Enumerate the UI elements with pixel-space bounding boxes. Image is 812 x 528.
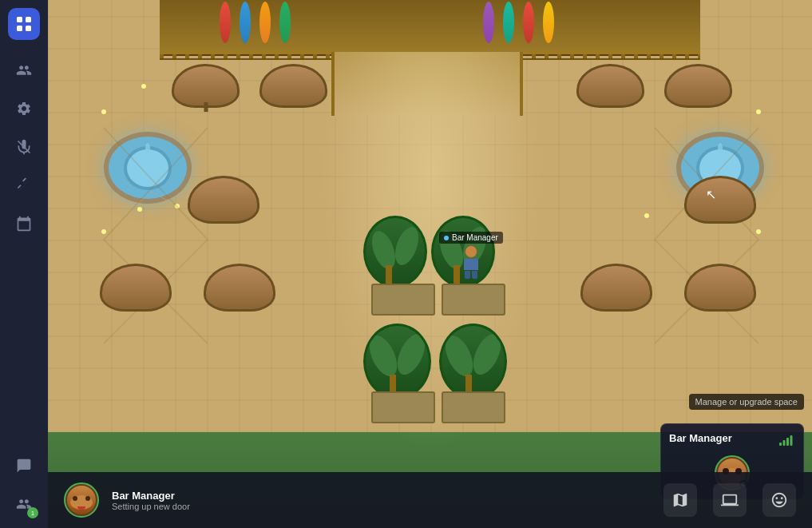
sidebar-item-settings[interactable] (8, 93, 40, 125)
svg-rect-38 (783, 440, 786, 446)
umbrella-5 (188, 176, 259, 224)
sidebar-item-chat[interactable] (8, 450, 40, 482)
umbrella-4 (664, 64, 732, 108)
surfboard-3 (259, 2, 271, 43)
sidebar: 1 (0, 0, 48, 528)
manager-panel-title: Bar Manager (669, 432, 732, 444)
umbrella-6 (684, 176, 756, 224)
svg-rect-0 (17, 17, 22, 22)
emoji-button[interactable] (762, 483, 796, 517)
game-area: Bar Manager ↖ Manage or upgrade space Ba… (48, 0, 812, 528)
svg-rect-3 (26, 26, 31, 31)
character-bar-manager: Bar Manager (439, 232, 503, 279)
character-label: Bar Manager (439, 232, 503, 244)
sidebar-item-build[interactable] (8, 169, 40, 201)
surfboard-1 (220, 2, 231, 43)
umbrella-9 (684, 264, 756, 312)
surfboard-8 (543, 2, 554, 43)
game-canvas[interactable]: Bar Manager ↖ Manage or upgrade space Ba… (48, 0, 812, 528)
surfboard-6 (503, 2, 514, 43)
svg-rect-2 (17, 26, 22, 31)
svg-rect-39 (786, 438, 789, 446)
plant-box-lower-right (442, 391, 505, 423)
hud-player-name: Bar Manager (112, 490, 651, 502)
surfboard-2 (240, 2, 251, 43)
plant-box-right (442, 284, 505, 316)
plant-lower-right (439, 324, 507, 399)
umbrella-2 (259, 64, 327, 108)
screen-share-button[interactable] (713, 483, 747, 517)
app-logo[interactable] (8, 8, 40, 40)
map-button[interactable] (663, 483, 697, 517)
svg-rect-37 (779, 443, 782, 446)
fountain-left (96, 132, 200, 220)
bottom-hud: Bar Manager Setting up new door (48, 472, 812, 528)
surfboard-7 (523, 2, 534, 43)
notification-badge: 1 (27, 507, 38, 518)
sidebar-item-calendar[interactable] (8, 208, 40, 240)
plant-center-left (363, 216, 427, 288)
signal-icon (779, 435, 795, 448)
entrance-stairs (331, 52, 523, 116)
plant-box-left (371, 284, 435, 316)
hud-player-info: Bar Manager Setting up new door (112, 490, 651, 511)
character-indicator (444, 236, 449, 240)
umbrella-8 (204, 264, 275, 312)
sidebar-item-mute[interactable] (8, 131, 40, 163)
railing-left (160, 52, 341, 60)
hud-player-avatar (64, 482, 99, 518)
umbrella-3 (576, 64, 644, 108)
umbrella-7 (100, 264, 172, 312)
hud-player-status: Setting up new door (112, 502, 651, 511)
svg-rect-40 (790, 435, 793, 446)
plant-box-lower-left (371, 391, 435, 423)
umbrella-10 (580, 264, 652, 312)
hud-actions (663, 483, 796, 517)
railing-right (519, 52, 700, 60)
svg-rect-1 (26, 17, 31, 22)
umbrella-1 (172, 64, 240, 108)
surfboard-5 (483, 2, 494, 43)
sidebar-item-team[interactable]: 1 (8, 488, 40, 520)
surfboard-4 (279, 2, 291, 43)
manage-tooltip: Manage or upgrade space (689, 394, 804, 410)
sidebar-item-people[interactable] (8, 54, 40, 86)
plant-lower-left (363, 324, 431, 399)
